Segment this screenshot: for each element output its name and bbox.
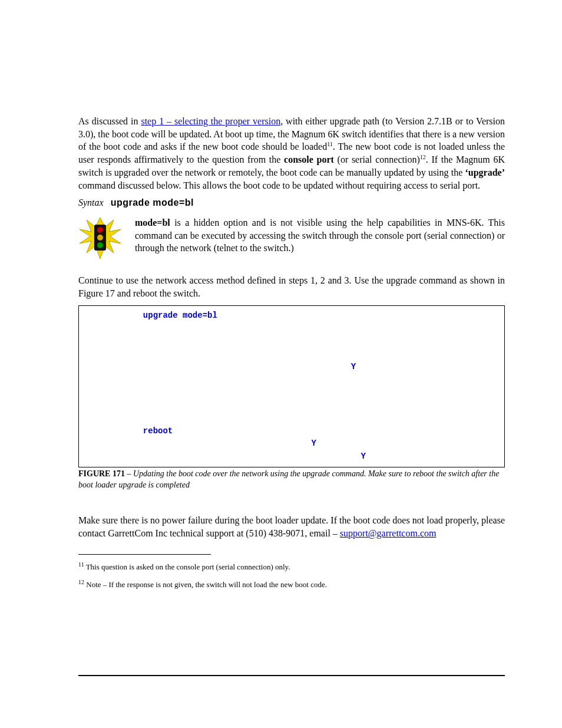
footnote-12: 12 Note – If the response is not given, … [78, 578, 505, 590]
input-y: Y [311, 439, 316, 448]
footnote-text: This question is asked on the console po… [84, 562, 290, 571]
mode-bl-bold: mode=bl [135, 218, 170, 228]
out-line: Do you want to upgrade the boot loader? … [84, 362, 351, 371]
out-line: in the flash with the new one from the a… [84, 349, 326, 358]
out-line: Upgrading boot loader will replace the e… [84, 337, 376, 346]
input-y: Y [351, 362, 356, 371]
tip-text: mode=bl is a hidden option and is not vi… [135, 216, 505, 255]
blank-line [84, 324, 88, 333]
cmd-reboot: reboot [143, 426, 173, 436]
figure-label: FIGURE 171 [78, 469, 125, 478]
footnote-ref-12: 12 [420, 154, 426, 160]
console-port-bold: console port [284, 154, 334, 164]
page-bottom-rule [78, 675, 505, 676]
syntax-line: Syntax upgrade mode=bl [78, 197, 505, 208]
syntax-command: upgrade mode=bl [111, 197, 194, 207]
upgrade-bold: ‘upgrade’ [465, 167, 505, 177]
traffic-light-icon [78, 216, 122, 260]
out-line: Boot loader upgrade Complete. You must r… [84, 388, 381, 397]
syntax-label: Syntax [78, 197, 104, 207]
footnote-separator [78, 554, 211, 555]
text: Make sure there is no power failure duri… [78, 515, 505, 538]
text: is a hidden option and is not visible us… [135, 218, 505, 253]
svg-point-2 [97, 227, 103, 233]
out-line: take effect! [84, 400, 143, 410]
step1-link[interactable]: step 1 – selecting the proper version [141, 116, 280, 126]
out-line: Proceed on rebooting the switch? ['Y' or… [84, 439, 311, 448]
text: As discussed in [78, 116, 141, 126]
text: command discussed below. This allows the… [78, 180, 480, 190]
prompt: Magnum6K25# [84, 311, 143, 320]
terminal-output: Magnum6K25# upgrade mode=bl Upgrading bo… [78, 305, 505, 467]
figure-caption: FIGURE 171 – Updating the boot code over… [78, 469, 505, 491]
intro-paragraph: As discussed in step 1 – selecting the p… [78, 115, 505, 192]
blank-line [84, 375, 88, 384]
footnote-text: Note – If the response is not given, the… [84, 580, 327, 589]
footnote-11: 11 This question is asked on the console… [78, 561, 505, 572]
continue-paragraph: Continue to use the network access metho… [78, 274, 505, 299]
blank-line [84, 413, 88, 423]
support-email-link[interactable]: support@garrettcom.com [340, 528, 437, 538]
cmd-upgrade: upgrade mode=bl [143, 311, 217, 320]
svg-point-4 [97, 242, 103, 248]
document-page: As discussed in step 1 – selecting the p… [0, 0, 562, 728]
footnote-number: 11 [78, 561, 84, 568]
warning-paragraph: Make sure there is no power failure duri… [78, 514, 505, 539]
footnote-ref-11: 11 [327, 141, 333, 147]
tip-block: mode=bl is a hidden option and is not vi… [78, 216, 505, 260]
text: (or serial connection) [334, 154, 420, 164]
out-line: Do you wish to save current configuratio… [84, 452, 361, 461]
prompt: Magnum6K25# [84, 426, 143, 436]
input-y: Y [361, 452, 365, 461]
svg-point-3 [97, 235, 103, 241]
footnote-number: 12 [78, 579, 84, 585]
figure-text: – Updating the boot code over the networ… [78, 469, 499, 489]
